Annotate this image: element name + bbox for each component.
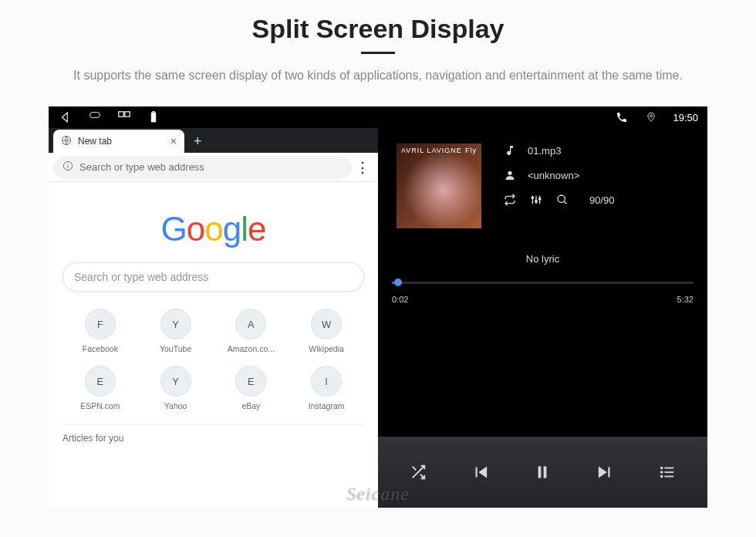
site-letter: W xyxy=(311,309,342,339)
time-duration: 5:32 xyxy=(677,295,694,304)
site-label: Instagram xyxy=(309,401,345,410)
album-artist-text: AVRIL LAVIGNE xyxy=(401,147,462,154)
site-label: Amazon.co... xyxy=(228,344,275,353)
statusbar-time: 19:50 xyxy=(673,112,698,123)
nav-home-icon[interactable] xyxy=(87,110,103,125)
split-container: New tab × + Search or type web address ⋮… xyxy=(49,128,707,508)
next-icon[interactable] xyxy=(589,457,620,488)
svg-point-25 xyxy=(660,471,662,473)
site-label: YouTube xyxy=(160,344,191,353)
tablet-frame: 19:50 New tab × + Search or typ xyxy=(49,106,707,508)
site-label: Facebook xyxy=(83,344,118,353)
site-letter: Y xyxy=(160,366,191,397)
no-lyric-text: No lyric xyxy=(378,253,707,265)
site-label: eBay xyxy=(241,401,260,410)
equalizer-icon[interactable] xyxy=(529,193,543,207)
quick-site[interactable]: YYahoo xyxy=(138,366,214,410)
track-meta: 01.mp3 <unknown> xyxy=(503,144,689,228)
nav-back-icon[interactable] xyxy=(58,110,73,125)
track-file-row: 01.mp3 xyxy=(503,144,689,157)
hero-subtitle: It supports the same screen display of t… xyxy=(73,66,683,85)
repeat-icon[interactable] xyxy=(503,193,517,207)
svg-point-24 xyxy=(660,468,662,469)
site-label: Yahoo xyxy=(164,401,187,410)
site-letter: Y xyxy=(160,309,191,339)
music-pane: AVRIL LAVIGNEFly 01.mp3 <unknown> xyxy=(378,128,707,508)
site-letter: E xyxy=(85,366,116,397)
svg-rect-3 xyxy=(151,113,156,123)
search-input[interactable]: Search or type web address xyxy=(62,262,364,292)
playlist-icon[interactable] xyxy=(652,457,683,488)
address-placeholder: Search or type web address xyxy=(79,161,204,173)
album-art[interactable]: AVRIL LAVIGNEFly xyxy=(397,144,481,228)
omnibar: Search or type web address ⋮ xyxy=(49,153,378,182)
battery-icon xyxy=(146,110,161,125)
shuffle-icon[interactable] xyxy=(403,457,434,488)
site-letter: I xyxy=(311,366,342,397)
tab-title: New tab xyxy=(78,136,112,147)
svg-point-14 xyxy=(532,197,534,199)
pause-icon[interactable] xyxy=(527,457,558,488)
track-file: 01.mp3 xyxy=(528,145,561,157)
player-controls xyxy=(378,437,707,508)
quick-site[interactable]: EESPN.com xyxy=(62,366,138,410)
google-logo: Google xyxy=(161,210,266,248)
svg-point-16 xyxy=(538,198,541,200)
quick-site[interactable]: WWikipedia xyxy=(289,309,364,353)
address-bar[interactable]: Search or type web address xyxy=(53,156,352,179)
site-letter: E xyxy=(235,366,266,397)
info-icon xyxy=(62,160,73,174)
progress-bar[interactable] xyxy=(392,282,694,284)
music-note-icon xyxy=(503,144,517,157)
svg-rect-4 xyxy=(152,111,154,113)
progress-thumb[interactable] xyxy=(394,279,402,286)
quick-site[interactable]: AAmazon.co... xyxy=(214,309,289,353)
svg-line-18 xyxy=(564,201,566,204)
tab-strip: New tab × + xyxy=(49,128,378,153)
android-statusbar: 19:50 xyxy=(49,106,707,128)
location-icon xyxy=(643,110,659,125)
title-underline xyxy=(361,52,395,54)
quick-site[interactable]: EeBay xyxy=(214,366,289,410)
previous-icon[interactable] xyxy=(465,457,496,488)
search-placeholder: Search or type web address xyxy=(74,271,208,283)
time-elapsed: 0:02 xyxy=(392,295,408,304)
quick-site[interactable]: FFacebook xyxy=(62,309,138,353)
svg-point-10 xyxy=(508,171,511,175)
site-letter: F xyxy=(85,309,116,339)
new-tab-button[interactable]: + xyxy=(184,130,211,153)
quick-sites-grid: FFacebook YYouTube AAmazon.co... WWikipe… xyxy=(62,309,364,410)
browser-tab[interactable]: New tab × xyxy=(53,130,184,153)
quick-site[interactable]: IInstagram xyxy=(289,366,364,410)
more-icon[interactable]: ⋮ xyxy=(352,159,373,176)
person-icon xyxy=(503,168,517,182)
nav-recent-icon[interactable] xyxy=(116,110,132,125)
svg-rect-1 xyxy=(119,112,123,117)
browser-pane: New tab × + Search or type web address ⋮… xyxy=(49,128,378,508)
artist-name: <unknown> xyxy=(528,170,579,181)
svg-rect-0 xyxy=(90,113,100,118)
svg-point-26 xyxy=(660,476,662,478)
phone-icon[interactable] xyxy=(614,110,629,125)
site-label: ESPN.com xyxy=(80,401,120,410)
globe-icon xyxy=(61,135,72,148)
album-title-text: Fly xyxy=(465,147,477,154)
articles-heading: Articles for you xyxy=(62,424,364,444)
svg-point-17 xyxy=(558,195,565,202)
svg-rect-19 xyxy=(538,466,542,478)
site-label: Wikipedia xyxy=(309,344,344,353)
svg-point-9 xyxy=(67,164,68,164)
site-letter: A xyxy=(235,309,266,339)
svg-point-5 xyxy=(650,115,653,117)
svg-rect-2 xyxy=(125,112,130,117)
time-labels: 0:02 5:32 xyxy=(392,295,694,304)
controls-row: 90/90 xyxy=(503,193,689,207)
close-icon[interactable]: × xyxy=(170,135,177,147)
track-position: 90/90 xyxy=(589,194,615,206)
track-info: AVRIL LAVIGNEFly 01.mp3 <unknown> xyxy=(378,128,707,236)
browser-content: Google Search or type web address FFaceb… xyxy=(49,182,378,508)
artist-row: <unknown> xyxy=(503,168,689,182)
search-icon[interactable] xyxy=(555,193,569,207)
svg-point-15 xyxy=(535,201,538,203)
quick-site[interactable]: YYouTube xyxy=(138,309,214,353)
